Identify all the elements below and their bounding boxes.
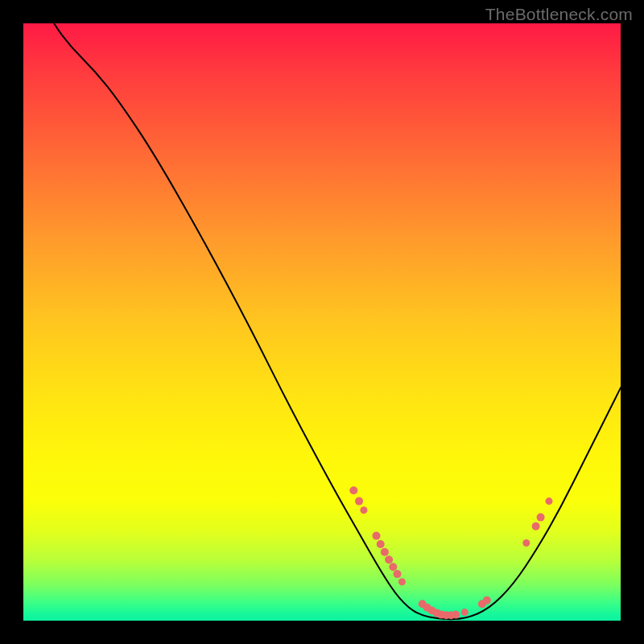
data-point-marker (398, 578, 406, 585)
data-point-marker (349, 486, 357, 494)
data-point-marker (532, 522, 540, 530)
data-point-marker (522, 539, 530, 547)
chart-svg (23, 23, 621, 621)
data-point-marker (385, 555, 393, 564)
data-point-marker (452, 611, 460, 619)
data-point-marker (355, 497, 363, 506)
data-point-marker (377, 540, 385, 548)
data-point-marker (546, 497, 553, 505)
data-point-marker (461, 609, 469, 616)
data-point-marker (389, 563, 397, 571)
data-point-marker (360, 506, 367, 514)
data-point-marker (373, 532, 381, 540)
bottleneck-curve (23, 0, 621, 619)
curve-markers (349, 486, 552, 619)
data-point-marker (537, 514, 545, 522)
watermark-text: TheBottleneck.com (485, 5, 633, 24)
data-point-marker (483, 597, 491, 605)
data-point-marker (394, 570, 402, 578)
data-point-marker (381, 548, 389, 556)
chart-area (23, 23, 621, 621)
